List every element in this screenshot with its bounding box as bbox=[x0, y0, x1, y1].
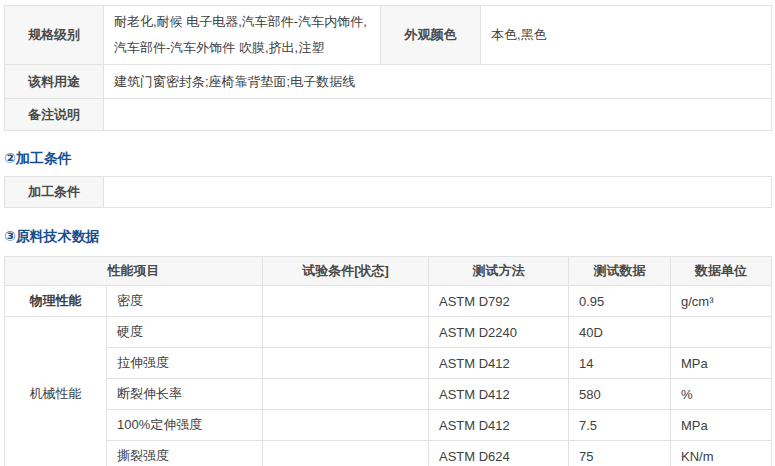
usage-label: 该料用途 bbox=[5, 65, 104, 99]
remark-value bbox=[104, 99, 772, 131]
usage-value: 建筑门窗密封条;座椅靠背垫面;电子数据线 bbox=[104, 65, 772, 99]
table-row: 机械性能 硬度 ASTM D2240 40D bbox=[5, 317, 772, 348]
technical-data-table: 性能项目 试验条件[状态] 测试方法 测试数据 数据单位 物理性能 密度 AST… bbox=[4, 256, 772, 466]
unit-cell bbox=[671, 317, 772, 348]
table-row: 100%定伸强度 ASTM D412 7.5 MPa bbox=[5, 410, 772, 441]
unit-cell: KN/m bbox=[671, 441, 772, 466]
unit-cell: g/cm³ bbox=[671, 286, 772, 317]
value-cell: 75 bbox=[569, 441, 671, 466]
value-cell: 40D bbox=[569, 317, 671, 348]
processing-conditions-table: 加工条件 bbox=[4, 176, 772, 208]
table-row: 规格级别 耐老化,耐候 电子电器,汽车部件-汽车内饰件,汽车部件-汽车外饰件 吹… bbox=[5, 6, 772, 65]
table-row: 加工条件 bbox=[5, 177, 772, 208]
header-test-condition: 试验条件[状态] bbox=[263, 257, 429, 286]
value-cell: 580 bbox=[569, 379, 671, 410]
header-test-data: 测试数据 bbox=[569, 257, 671, 286]
header-test-method: 测试方法 bbox=[429, 257, 569, 286]
condition-cell bbox=[263, 410, 429, 441]
remark-label: 备注说明 bbox=[5, 99, 104, 131]
processing-conditions-title: ②加工条件 bbox=[4, 151, 775, 165]
header-data-unit: 数据单位 bbox=[671, 257, 772, 286]
appearance-color-value: 本色,黑色 bbox=[481, 6, 772, 65]
table-header-row: 性能项目 试验条件[状态] 测试方法 测试数据 数据单位 bbox=[5, 257, 772, 286]
condition-cell bbox=[263, 441, 429, 466]
property-cell: 100%定伸强度 bbox=[107, 410, 263, 441]
processing-conditions-value bbox=[104, 177, 772, 208]
condition-cell bbox=[263, 348, 429, 379]
category-cell: 物理性能 bbox=[5, 286, 107, 317]
condition-cell bbox=[263, 317, 429, 348]
table-row: 断裂伸长率 ASTM D412 580 % bbox=[5, 379, 772, 410]
header-property: 性能项目 bbox=[5, 257, 263, 286]
category-cell: 机械性能 bbox=[5, 317, 107, 466]
processing-conditions-label: 加工条件 bbox=[5, 177, 104, 208]
value-cell: 7.5 bbox=[569, 410, 671, 441]
condition-cell bbox=[263, 379, 429, 410]
property-cell: 拉伸强度 bbox=[107, 348, 263, 379]
table-row: 拉伸强度 ASTM D412 14 MPa bbox=[5, 348, 772, 379]
method-cell: ASTM D792 bbox=[429, 286, 569, 317]
property-cell: 撕裂强度 bbox=[107, 441, 263, 466]
appearance-color-label: 外观颜色 bbox=[381, 6, 481, 65]
property-cell: 密度 bbox=[107, 286, 263, 317]
unit-cell: MPa bbox=[671, 348, 772, 379]
unit-cell: % bbox=[671, 379, 772, 410]
method-cell: ASTM D412 bbox=[429, 379, 569, 410]
technical-data-title: ③原料技术数据 bbox=[4, 229, 775, 243]
method-cell: ASTM D2240 bbox=[429, 317, 569, 348]
method-cell: ASTM D412 bbox=[429, 410, 569, 441]
material-info-table: 规格级别 耐老化,耐候 电子电器,汽车部件-汽车内饰件,汽车部件-汽车外饰件 吹… bbox=[4, 5, 772, 131]
table-row: 该料用途 建筑门窗密封条;座椅靠背垫面;电子数据线 bbox=[5, 65, 772, 99]
tech-table-body: 物理性能 密度 ASTM D792 0.95 g/cm³ 机械性能 硬度 AST… bbox=[5, 286, 772, 466]
table-row: 备注说明 bbox=[5, 99, 772, 131]
value-cell: 0.95 bbox=[569, 286, 671, 317]
table-row: 物理性能 密度 ASTM D792 0.95 g/cm³ bbox=[5, 286, 772, 317]
condition-cell bbox=[263, 286, 429, 317]
datasheet-page: 规格级别 耐老化,耐候 电子电器,汽车部件-汽车内饰件,汽车部件-汽车外饰件 吹… bbox=[0, 0, 775, 466]
property-cell: 硬度 bbox=[107, 317, 263, 348]
table-row: 撕裂强度 ASTM D624 75 KN/m bbox=[5, 441, 772, 466]
spec-grade-value: 耐老化,耐候 电子电器,汽车部件-汽车内饰件,汽车部件-汽车外饰件 吹膜,挤出,… bbox=[104, 6, 381, 65]
method-cell: ASTM D624 bbox=[429, 441, 569, 466]
spec-grade-label: 规格级别 bbox=[5, 6, 104, 65]
unit-cell: MPa bbox=[671, 410, 772, 441]
value-cell: 14 bbox=[569, 348, 671, 379]
property-cell: 断裂伸长率 bbox=[107, 379, 263, 410]
method-cell: ASTM D412 bbox=[429, 348, 569, 379]
